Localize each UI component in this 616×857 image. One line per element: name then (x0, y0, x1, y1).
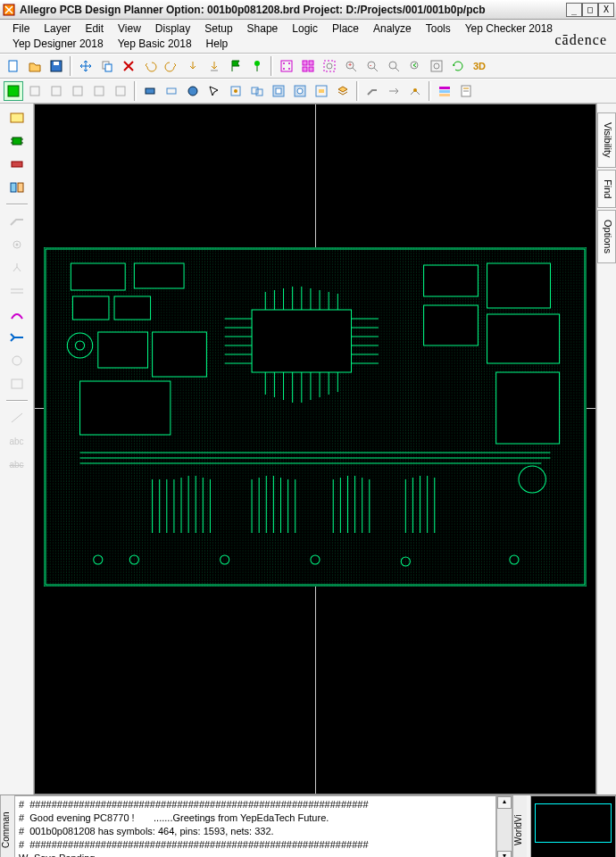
mode-dim-icon[interactable] (111, 81, 130, 101)
mode-shape-icon[interactable] (89, 81, 109, 101)
refresh-icon[interactable] (448, 56, 468, 76)
text2-icon[interactable]: abc (5, 453, 29, 475)
menu-layer[interactable]: Layer (37, 21, 78, 36)
menu-place[interactable]: Place (325, 21, 366, 36)
minimize-button[interactable]: _ (566, 3, 582, 17)
3d-icon[interactable]: 3D (470, 56, 489, 76)
zoom-prev-icon[interactable] (405, 56, 425, 76)
menu-shape[interactable]: Shape (240, 21, 286, 36)
zoom-sel-icon[interactable] (320, 56, 339, 76)
drc-icon[interactable] (5, 373, 29, 395)
bus-icon[interactable] (5, 327, 29, 348)
menu-file[interactable]: File (5, 21, 37, 36)
redo-icon[interactable] (162, 56, 181, 76)
down2-icon[interactable] (204, 56, 224, 76)
copy-icon[interactable] (97, 56, 117, 76)
fanout-icon[interactable] (5, 257, 29, 279)
grid-icon[interactable] (277, 56, 296, 76)
console-scrollbar[interactable]: ▴ ▾ (496, 795, 512, 857)
open-icon[interactable] (25, 56, 45, 76)
worldview[interactable] (530, 795, 616, 857)
void-circ-icon[interactable] (290, 81, 310, 101)
undo-icon[interactable] (140, 56, 160, 76)
shape-circle-icon[interactable] (183, 81, 203, 101)
svg-point-19 (327, 63, 332, 69)
via-icon[interactable] (5, 234, 29, 255)
toolbar-mode (0, 79, 616, 104)
svg-rect-42 (252, 87, 258, 94)
tab-options[interactable]: Options (597, 210, 616, 263)
menu-setup[interactable]: Setup (197, 21, 239, 36)
report-icon[interactable] (456, 81, 476, 101)
scroll-up-icon[interactable]: ▴ (497, 796, 512, 809)
place-chip-icon[interactable] (5, 130, 29, 152)
grid2-icon[interactable] (298, 56, 318, 76)
svg-rect-9 (281, 61, 292, 71)
zoom-all-icon[interactable] (427, 56, 446, 76)
maximize-button[interactable]: □ (582, 3, 598, 17)
zoom-fit-icon[interactable] (384, 56, 404, 76)
drill-icon[interactable] (5, 350, 29, 371)
swap-icon[interactable] (5, 177, 29, 198)
net-icon[interactable] (5, 304, 29, 325)
close-button[interactable]: X (598, 3, 614, 17)
menu-yep-designer[interactable]: Yep Designer 2018 (5, 37, 111, 51)
command-console[interactable]: # ######################################… (14, 795, 496, 857)
svg-point-7 (254, 61, 260, 66)
mode-place-icon[interactable] (25, 81, 45, 101)
svg-rect-35 (95, 87, 104, 96)
menu-tools[interactable]: Tools (419, 21, 458, 36)
scroll-down-icon[interactable]: ▾ (497, 851, 512, 857)
line-icon[interactable] (5, 407, 29, 428)
menu-display[interactable]: Display (148, 21, 197, 36)
move-icon[interactable] (76, 56, 96, 76)
edit-shape-icon[interactable] (226, 81, 246, 101)
island-icon[interactable] (312, 81, 331, 101)
route-icon[interactable] (5, 211, 29, 232)
shape-rect2-icon[interactable] (162, 81, 181, 101)
pin-icon[interactable] (247, 56, 267, 76)
menu-logic[interactable]: Logic (285, 21, 325, 36)
vertex-icon[interactable] (405, 81, 425, 101)
slide-icon[interactable] (384, 81, 404, 101)
select-icon[interactable] (204, 81, 224, 101)
mode-signal-icon[interactable] (68, 81, 87, 101)
diff-icon[interactable] (5, 280, 29, 302)
svg-rect-82 (153, 332, 207, 377)
worldview-tab-label[interactable]: WorldVi (512, 795, 527, 857)
console-line: # 001b0p081208 has symbols: 464, pins: 1… (19, 826, 274, 836)
menu-edit[interactable]: Edit (78, 21, 111, 36)
pcb-board (44, 247, 587, 587)
constraint-icon[interactable] (435, 81, 454, 101)
menu-view[interactable]: View (111, 21, 148, 36)
new-icon[interactable] (4, 56, 23, 76)
trace-icon[interactable] (362, 81, 382, 101)
command-tab-label[interactable]: Comman (0, 795, 14, 857)
void-rect-icon[interactable] (269, 81, 288, 101)
shape-rect-icon[interactable] (140, 81, 160, 101)
menu-yep-basic[interactable]: Yep Basic 2018 (111, 37, 199, 51)
delete-icon[interactable] (119, 56, 138, 76)
svg-point-50 (413, 88, 417, 92)
place-manual-icon[interactable] (5, 107, 29, 129)
menu-help[interactable]: Help (199, 37, 236, 51)
down-icon[interactable] (183, 56, 203, 76)
mode-etch-icon[interactable] (46, 81, 66, 101)
merge-icon[interactable] (247, 81, 267, 101)
layers-icon[interactable] (333, 81, 353, 101)
menu-yep-checker[interactable]: Yep Checker 2018 (458, 21, 560, 36)
text-icon[interactable]: abc (5, 430, 29, 452)
flag-icon[interactable] (226, 56, 246, 76)
svg-point-67 (15, 244, 18, 246)
design-canvas[interactable] (34, 104, 596, 795)
tab-visibility[interactable]: Visibility (597, 112, 616, 168)
menu-analyze[interactable]: Analyze (366, 21, 419, 36)
scroll-track[interactable] (497, 809, 512, 851)
save-icon[interactable] (46, 56, 66, 76)
tab-find[interactable]: Find (597, 170, 616, 208)
mode-general-icon[interactable] (4, 81, 23, 101)
zoom-in-icon[interactable]: + (341, 56, 361, 76)
zoom-out-icon[interactable]: - (362, 56, 382, 76)
place-part-icon[interactable] (5, 154, 29, 175)
svg-point-12 (283, 68, 285, 70)
